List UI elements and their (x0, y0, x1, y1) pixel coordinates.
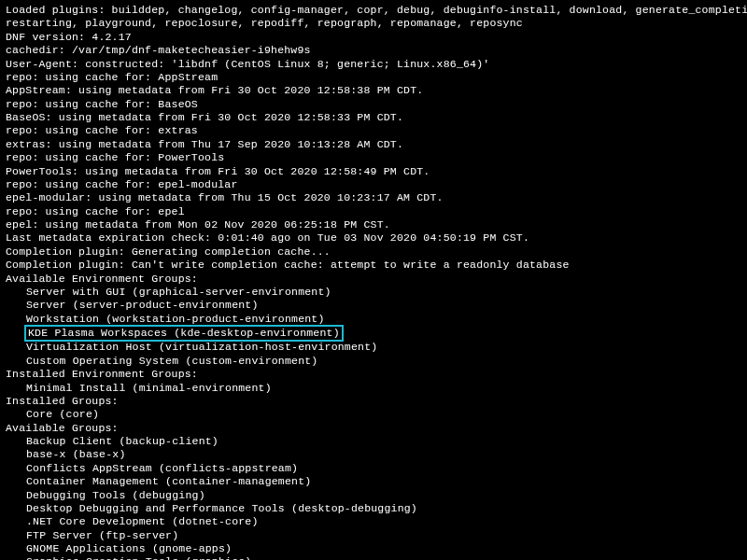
completion-line: Completion plugin: Generating completion… (6, 245, 741, 259)
repo-line: BaseOS: using metadata from Fri 30 Oct 2… (6, 111, 741, 124)
section-avail-groups: Available Groups: (6, 422, 741, 435)
plugins-line-2: restarting, playground, repoclosure, rep… (6, 17, 741, 30)
env-group-item: Server with GUI (graphical-server-enviro… (6, 286, 741, 299)
installed-env-item: Minimal Install (minimal-environment) (6, 382, 741, 395)
highlighted-kde-item: KDE Plasma Workspaces (kde-desktop-envir… (24, 325, 344, 342)
section-avail-env: Available Environment Groups: (6, 273, 741, 286)
dnf-version: DNF version: 4.2.17 (6, 31, 741, 44)
repo-line: repo: using cache for: BaseOS (6, 98, 741, 111)
completion-line: Completion plugin: Can't write completio… (6, 259, 741, 272)
repo-line: repo: using cache for: extras (6, 124, 741, 137)
group-item: Desktop Debugging and Performance Tools … (6, 502, 741, 515)
repo-line: PowerTools: using metadata from Fri 30 O… (6, 165, 741, 178)
group-item: Container Management (container-manageme… (6, 475, 741, 488)
env-group-item: Server (server-product-environment) (6, 299, 741, 312)
env-group-item: Virtualization Host (virtualization-host… (6, 341, 741, 354)
plugins-line: Loaded plugins: builddep, changelog, con… (6, 4, 741, 17)
repo-line: epel-modular: using metadata from Thu 15… (6, 191, 741, 204)
group-item: GNOME Applications (gnome-apps) (6, 542, 741, 555)
repo-line: repo: using cache for: PowerTools (6, 151, 741, 164)
repo-line: repo: using cache for: epel (6, 205, 741, 218)
section-installed-env: Installed Environment Groups: (6, 368, 741, 381)
group-item: FTP Server (ftp-server) (6, 529, 741, 542)
group-item: .NET Core Development (dotnet-core) (6, 515, 741, 528)
repo-line: epel: using metadata from Mon 02 Nov 202… (6, 218, 741, 231)
env-group-item: Workstation (workstation-product-environ… (6, 313, 741, 326)
repo-line: repo: using cache for: AppStream (6, 71, 741, 84)
group-item: Graphics Creation Tools (graphics) (6, 555, 741, 560)
repo-line: AppStream: using metadata from Fri 30 Oc… (6, 84, 741, 97)
terminal-output[interactable]: Loaded plugins: builddep, changelog, con… (6, 4, 741, 560)
cachedir: cachedir: /var/tmp/dnf-maketecheasier-i9… (6, 44, 741, 57)
group-item: Backup Client (backup-client) (6, 435, 741, 448)
repo-line: repo: using cache for: epel-modular (6, 178, 741, 191)
env-group-item: Custom Operating System (custom-environm… (6, 355, 741, 368)
metadata-check: Last metadata expiration check: 0:01:40 … (6, 231, 741, 245)
installed-group-item: Core (core) (6, 408, 741, 421)
section-installed-groups: Installed Groups: (6, 395, 741, 408)
repo-line: extras: using metadata from Thu 17 Sep 2… (6, 138, 741, 151)
group-item: Conflicts AppStream (conflicts-appstream… (6, 462, 741, 475)
group-item: Debugging Tools (debugging) (6, 489, 741, 502)
group-item: base-x (base-x) (6, 448, 741, 461)
user-agent: User-Agent: constructed: 'libdnf (CentOS… (6, 58, 741, 71)
